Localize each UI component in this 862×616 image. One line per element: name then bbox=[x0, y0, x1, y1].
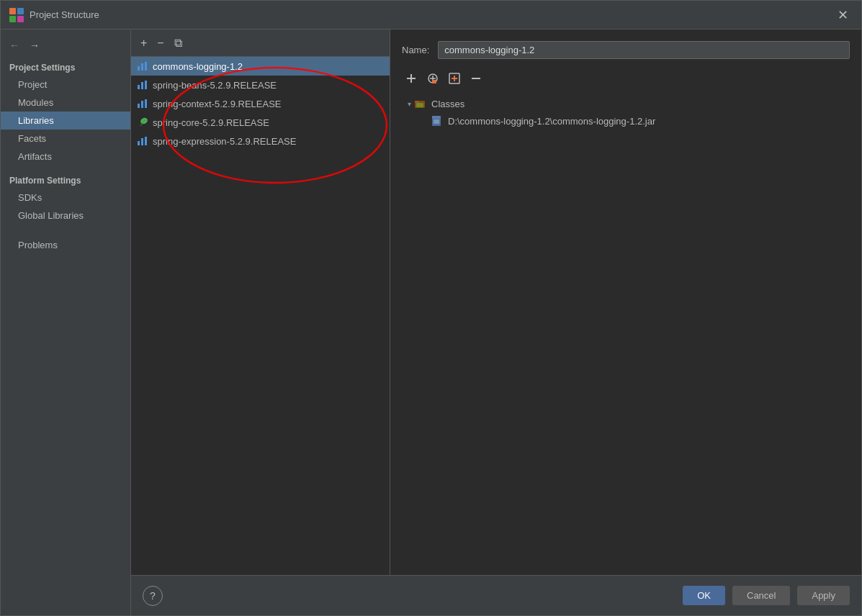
apply-button[interactable]: Apply bbox=[797, 586, 850, 605]
library-list-pane: + − ⧉ commons-logging-1.2 bbox=[131, 30, 390, 575]
main-top: + − ⧉ commons-logging-1.2 bbox=[131, 30, 861, 575]
content-area: ← → Project Settings Project Modules Lib… bbox=[1, 30, 861, 615]
forward-button[interactable]: → bbox=[27, 38, 42, 53]
chevron-down-icon: ▾ bbox=[408, 100, 411, 108]
help-button[interactable]: ? bbox=[143, 586, 163, 606]
sidebar-item-modules[interactable]: Modules bbox=[1, 94, 130, 112]
name-row: Name: bbox=[402, 41, 850, 59]
library-label: spring-core-5.2.9.RELEASE bbox=[153, 117, 269, 128]
library-label: spring-beans-5.2.9.RELEASE bbox=[153, 80, 277, 91]
footer: ? OK Cancel Apply bbox=[131, 575, 861, 615]
name-label: Name: bbox=[402, 45, 429, 55]
detail-add-to-button[interactable] bbox=[423, 71, 442, 89]
sidebar-item-facets[interactable]: Facets bbox=[1, 130, 130, 148]
classes-label: Classes bbox=[431, 99, 464, 109]
jar-icon bbox=[431, 115, 442, 127]
project-structure-window: Project Structure ✕ ← → Project Settings… bbox=[0, 0, 862, 616]
nav-bar: ← → bbox=[1, 35, 130, 58]
back-button[interactable]: ← bbox=[6, 38, 22, 53]
svg-rect-16 bbox=[145, 137, 147, 145]
app-icon bbox=[9, 8, 24, 22]
svg-rect-12 bbox=[145, 99, 147, 108]
svg-rect-29 bbox=[415, 101, 419, 103]
svg-rect-5 bbox=[141, 63, 143, 71]
library-item-commons-logging[interactable]: commons-logging-1.2 bbox=[131, 57, 390, 76]
svg-rect-14 bbox=[138, 141, 140, 145]
library-item-spring-expression[interactable]: spring-expression-5.2.9.RELEASE bbox=[131, 132, 390, 150]
add-to-icon bbox=[427, 73, 439, 84]
library-item-spring-context[interactable]: spring-context-5.2.9.RELEASE bbox=[131, 94, 390, 113]
svg-rect-15 bbox=[141, 138, 143, 145]
bar-chart-icon bbox=[137, 60, 148, 72]
svg-rect-10 bbox=[138, 104, 140, 108]
sidebar-item-artifacts[interactable]: Artifacts bbox=[1, 148, 130, 166]
sidebar-item-global-libraries[interactable]: Global Libraries bbox=[1, 207, 130, 225]
footer-left: ? bbox=[143, 586, 675, 606]
detail-remove-button[interactable] bbox=[467, 71, 485, 89]
svg-rect-30 bbox=[416, 103, 423, 107]
add-alt-icon bbox=[449, 73, 460, 84]
sidebar-item-libraries[interactable]: Libraries bbox=[1, 112, 130, 130]
bar-chart-icon bbox=[137, 79, 148, 91]
platform-settings-label: Platform Settings bbox=[1, 171, 130, 189]
library-label: spring-expression-5.2.9.RELEASE bbox=[153, 136, 296, 147]
svg-rect-6 bbox=[145, 62, 147, 71]
svg-rect-3 bbox=[17, 16, 24, 22]
tree-jar-item[interactable]: D:\commons-logging-1.2\commons-logging-1… bbox=[402, 112, 850, 130]
bar-chart-icon bbox=[137, 135, 148, 147]
classes-folder-icon bbox=[414, 98, 426, 109]
svg-rect-1 bbox=[17, 8, 24, 14]
sidebar: ← → Project Settings Project Modules Lib… bbox=[1, 30, 131, 615]
add-icon bbox=[405, 73, 417, 84]
library-label: spring-context-5.2.9.RELEASE bbox=[153, 99, 281, 109]
copy-library-button[interactable]: ⧉ bbox=[171, 35, 186, 52]
detail-pane: Name: bbox=[390, 30, 861, 575]
tree-classes-item[interactable]: ▾ Classes bbox=[402, 95, 850, 112]
library-label: commons-logging-1.2 bbox=[153, 61, 243, 72]
sidebar-item-problems[interactable]: Problems bbox=[1, 236, 130, 254]
cancel-button[interactable]: Cancel bbox=[732, 586, 790, 605]
sidebar-item-sdks[interactable]: SDKs bbox=[1, 189, 130, 207]
title-bar: Project Structure ✕ bbox=[1, 1, 861, 30]
detail-add-alt-button[interactable] bbox=[445, 71, 464, 89]
close-button[interactable]: ✕ bbox=[833, 6, 853, 24]
bar-chart-icon bbox=[137, 98, 148, 109]
library-item-spring-core[interactable]: spring-core-5.2.9.RELEASE bbox=[131, 113, 390, 132]
svg-rect-8 bbox=[141, 82, 143, 89]
library-item-spring-beans[interactable]: spring-beans-5.2.9.RELEASE bbox=[131, 76, 390, 94]
svg-rect-0 bbox=[9, 8, 16, 14]
sidebar-item-project[interactable]: Project bbox=[1, 76, 130, 94]
svg-rect-2 bbox=[9, 16, 16, 22]
svg-rect-11 bbox=[141, 101, 143, 108]
remove-library-button[interactable]: − bbox=[153, 35, 167, 52]
svg-rect-32 bbox=[432, 116, 441, 119]
project-settings-label: Project Settings bbox=[1, 58, 130, 76]
add-library-button[interactable]: + bbox=[137, 35, 151, 52]
detail-add-button[interactable] bbox=[402, 71, 421, 89]
detail-toolbar bbox=[402, 71, 850, 89]
minus-icon bbox=[470, 73, 482, 84]
svg-rect-23 bbox=[432, 80, 436, 83]
window-title: Project Structure bbox=[30, 9, 833, 20]
jar-path-label: D:\commons-logging-1.2\commons-logging-1… bbox=[448, 116, 655, 127]
svg-rect-9 bbox=[145, 81, 147, 89]
svg-rect-7 bbox=[138, 85, 140, 89]
leaf-icon bbox=[137, 117, 148, 128]
tree-area: ▾ Classes bbox=[402, 95, 850, 563]
main-panel: + − ⧉ commons-logging-1.2 bbox=[131, 30, 861, 615]
library-toolbar: + − ⧉ bbox=[131, 30, 390, 57]
ok-button[interactable]: OK bbox=[683, 586, 725, 605]
library-items-list: commons-logging-1.2 spring-beans-5.2.9.R… bbox=[131, 57, 390, 575]
svg-rect-4 bbox=[138, 66, 140, 71]
name-input[interactable] bbox=[438, 41, 850, 59]
